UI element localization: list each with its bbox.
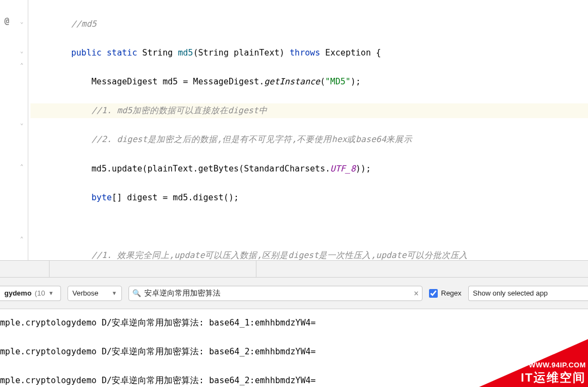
fold-end-icon[interactable]: ⌃ <box>19 62 25 69</box>
chevron-down-icon: ▼ <box>112 290 117 296</box>
filter-label: Show only selected app <box>473 289 548 297</box>
type-string: String <box>137 48 178 58</box>
code-comment: //2. digest是加密之后的数据,但是有不可见字符,不要使用hex或bas… <box>91 134 412 144</box>
logcat-search[interactable]: 🔍 × <box>128 286 422 301</box>
kw-public: public <box>71 48 102 58</box>
regex-toggle[interactable]: Regex <box>429 289 462 298</box>
filter-dropdown[interactable]: Show only selected app <box>468 286 588 301</box>
code-comment: //1. md5加密的数据可以直接放在digest中 <box>91 106 267 115</box>
code-text: Exception { <box>320 48 381 58</box>
watermark-url: WWW.94IP.COM <box>520 361 586 370</box>
watermark-title: IT运维空间 <box>520 370 586 385</box>
clear-search-icon[interactable]: × <box>414 288 419 298</box>
chevron-down-icon: ▼ <box>48 290 54 296</box>
process-pid: (10 <box>35 289 45 297</box>
override-marker[interactable]: @ <box>4 16 9 26</box>
divider-segment[interactable] <box>0 261 50 277</box>
divider-segment[interactable] <box>50 261 256 277</box>
fold-toggle-icon[interactable]: ⌄ <box>19 48 25 54</box>
code-text: ); <box>351 77 361 87</box>
method-name: md5 <box>178 48 193 58</box>
log-level-label: Verbose <box>72 289 99 297</box>
log-line: mple.cryptologydemo D/安卓逆向常用加密算法: base64… <box>0 316 588 330</box>
code-editor[interactable]: @ ⌄ ⌄ ⌃ ⌄ ⌃ ⌃ //md5 public static String… <box>0 0 588 260</box>
fold-gutter[interactable]: ⌄ ⌄ ⌃ ⌄ ⌃ ⌃ <box>16 0 28 260</box>
kw-throws: throws <box>290 48 320 58</box>
code-text: [] digest = md5.digest(); <box>112 193 238 202</box>
blank-line <box>30 219 588 234</box>
code-comment: //md5 <box>71 19 97 29</box>
logcat-toolbar: gydemo(10 ▼ Verbose ▼ 🔍 × Regex Show onl… <box>0 278 588 309</box>
code-text: MessageDigest md5 = MessageDigest. <box>91 77 264 87</box>
code-text[interactable]: //md5 public static String md5(String pl… <box>28 0 588 260</box>
search-icon: 🔍 <box>132 289 141 297</box>
process-label: gydemo <box>4 289 32 297</box>
panel-divider[interactable] <box>0 260 588 278</box>
code-text: md5.update(plainText.getBytes(StandardCh… <box>91 164 330 174</box>
code-comment: //1. 效果完全同上,update可以压入数据,区别是digest是一次性压入… <box>91 250 468 260</box>
process-dropdown[interactable]: gydemo(10 ▼ <box>0 286 61 301</box>
kw-byte: byte <box>91 193 112 202</box>
log-level-dropdown[interactable]: Verbose ▼ <box>68 286 122 301</box>
regex-label: Regex <box>441 289 462 297</box>
code-text: ( <box>320 77 325 87</box>
watermark: WWW.94IP.COM IT运维空间 <box>520 361 586 385</box>
regex-checkbox[interactable] <box>429 289 438 298</box>
fold-end-icon[interactable]: ⌃ <box>19 236 25 242</box>
static-field: UTF_8 <box>330 164 356 174</box>
method-call: getInstance <box>264 77 320 87</box>
divider-segment[interactable] <box>256 261 588 277</box>
string-literal: "MD5" <box>325 77 351 87</box>
code-text: )); <box>356 164 371 174</box>
annotation-gutter: @ <box>0 0 16 260</box>
kw-static: static <box>107 48 137 58</box>
fold-toggle-icon[interactable]: ⌄ <box>19 19 25 25</box>
fold-toggle-icon[interactable]: ⌄ <box>19 120 25 126</box>
code-text: (String plainText) <box>193 48 290 58</box>
search-input[interactable] <box>144 289 411 298</box>
fold-end-icon[interactable]: ⌃ <box>19 163 25 170</box>
